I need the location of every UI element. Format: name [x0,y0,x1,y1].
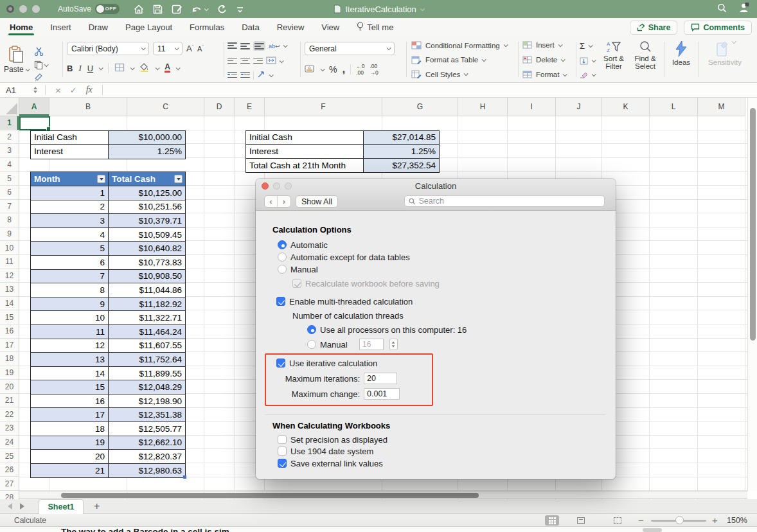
row-header-6[interactable]: 6 [0,186,19,200]
column-header-B[interactable]: B [49,98,127,116]
radio-icon[interactable] [278,265,287,274]
font-color-dropdown-icon[interactable] [175,66,180,70]
ideas-button[interactable]: Ideas [668,40,694,67]
paste-button[interactable]: Paste [4,46,29,83]
month-cell[interactable]: 12 [31,339,109,353]
row-header-13[interactable]: 13 [0,283,19,297]
format-painter-button[interactable] [34,73,48,83]
column-header-E[interactable]: E [235,98,265,116]
checkbox-icon[interactable] [278,447,287,456]
page-break-view-button[interactable] [610,515,625,526]
tab-tell-me[interactable]: Tell me [355,18,395,37]
total-cash-cell[interactable]: $11,464.24 [109,325,185,339]
tab-page-layout[interactable]: Page Layout [124,18,174,37]
merge-dropdown-icon[interactable] [280,58,284,63]
close-window-button[interactable] [6,5,14,13]
filter-dropdown-icon[interactable] [174,175,183,183]
month-cell[interactable]: 17 [31,408,109,421]
orientation-dropdown-icon[interactable] [269,73,274,77]
total-cash-cell[interactable]: $10,773.83 [109,256,185,269]
column-header-J[interactable]: J [556,98,602,116]
manual-threads-input[interactable] [359,339,384,350]
conditional-formatting-button[interactable]: Conditional Formatting [411,41,515,49]
month-table-row[interactable]: 5$10,640.82 [31,242,185,256]
table-row[interactable]: Initial Cash $10,000.00 [31,131,185,145]
maximum-iterations-input[interactable] [364,373,397,384]
total-cash-cell[interactable]: $11,044.86 [109,283,185,297]
previous-sheet-icon[interactable] [8,503,12,510]
row-header-18[interactable]: 18 [0,352,19,366]
forward-button[interactable]: › [278,196,290,207]
fill-button[interactable] [580,57,595,65]
edit-document-icon[interactable] [172,4,183,14]
month-table-row[interactable]: 16$12,198.90 [31,395,185,409]
find-select-button[interactable]: Find & Select [632,40,658,78]
column-header-H[interactable]: H [458,98,508,116]
page-layout-view-button[interactable] [574,515,588,526]
row-header-10[interactable]: 10 [0,241,19,255]
comma-style-button[interactable]: , [342,66,345,73]
delete-cells-button[interactable]: Delete [522,56,575,64]
dialog-search-field[interactable] [404,195,605,207]
month-cell[interactable]: 8 [31,283,109,297]
tab-draw[interactable]: Draw [87,18,109,37]
fill-color-dropdown-icon[interactable] [156,66,160,70]
row-header-23[interactable]: 23 [0,421,19,436]
row-header-16[interactable]: 16 [0,324,19,339]
cell-label[interactable]: Initial Cash [246,131,364,145]
total-cash-cell[interactable]: $12,351.38 [109,408,185,421]
checkbox-icon[interactable] [276,359,285,368]
row-header-17[interactable]: 17 [0,339,19,353]
month-cell[interactable]: 11 [31,325,109,339]
month-table-row[interactable]: 2$10,251.56 [31,200,185,215]
checkbox-icon[interactable] [278,435,287,444]
row-header-26[interactable]: 26 [0,463,19,477]
month-table-row[interactable]: 7$10,908.50 [31,270,185,284]
document-title[interactable]: IterativeCalculation [334,4,423,14]
align-center-icon[interactable] [240,58,250,65]
sheet-tab-sheet1[interactable]: Sheet1 [39,499,84,514]
cut-button[interactable] [34,47,48,57]
accounting-dropdown-icon[interactable] [321,67,325,71]
italic-button[interactable]: I [78,63,81,73]
right-info-table[interactable]: Initial Cash $27,014.85 Interest 1.25% T… [245,130,440,173]
row-header-27[interactable]: 27 [0,477,19,491]
paste-dropdown-icon[interactable] [25,67,30,71]
checkbox-1904-date[interactable]: Use 1904 date system [278,445,373,457]
column-header-I[interactable]: I [508,98,556,116]
wrap-text-dropdown-icon[interactable] [283,43,287,48]
month-cell[interactable]: 20 [31,450,109,463]
column-header-G[interactable]: G [382,98,458,116]
select-all-corner[interactable] [0,98,19,116]
checkbox-icon[interactable] [276,297,285,306]
month-cell[interactable]: 6 [31,256,109,269]
underline-button[interactable]: U [87,64,93,73]
increase-indent-icon[interactable] [240,72,250,79]
tab-insert[interactable]: Insert [49,18,73,37]
copy-dropdown-icon[interactable] [44,62,48,67]
borders-dropdown-icon[interactable] [130,66,135,70]
month-cell[interactable]: 19 [31,436,109,450]
total-cash-cell[interactable]: $10,379.71 [109,214,185,227]
radio-manual-threads[interactable]: Manual [307,339,398,350]
font-name-select[interactable]: Calibri (Body) [67,42,149,55]
month-cell[interactable]: 3 [31,214,109,227]
total-cash-cell[interactable]: $10,908.50 [109,270,185,283]
tab-view[interactable]: View [320,18,341,37]
table-row[interactable]: Initial Cash $27,014.85 [246,131,439,145]
month-cell[interactable]: 1 [31,186,109,200]
month-cell[interactable]: 10 [31,311,109,324]
name-box[interactable]: A1 [0,85,40,95]
month-cell[interactable]: 16 [31,395,109,408]
row-header-3[interactable]: 3 [0,144,19,158]
total-cash-cell[interactable]: $10,251.56 [109,200,185,214]
sensitivity-button[interactable]: Sensitivity [702,40,747,67]
cell-value[interactable]: $27,014.85 [364,131,439,145]
minimize-window-button[interactable] [19,5,27,13]
confirm-entry-icon[interactable]: ✓ [70,85,77,95]
month-cell[interactable]: 7 [31,270,109,283]
month-cell[interactable]: 5 [31,242,109,255]
copy-button[interactable] [34,60,48,69]
radio-icon[interactable] [278,253,287,262]
dialog-search-input[interactable] [418,197,600,206]
